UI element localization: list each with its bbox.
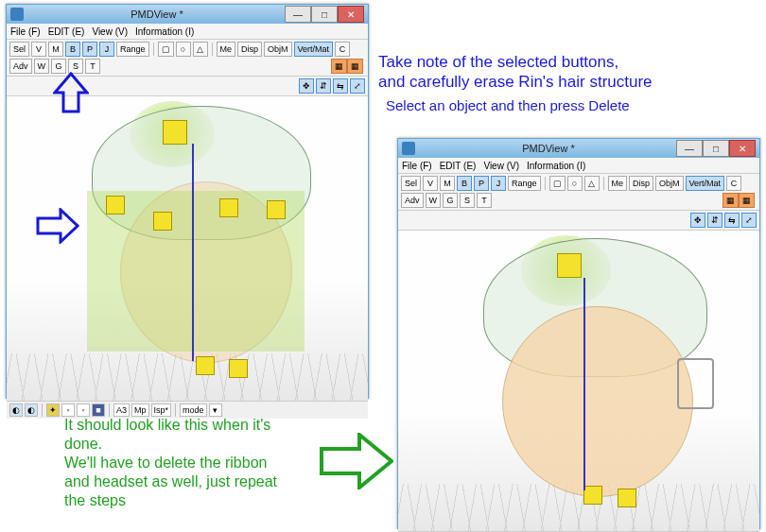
- menu-edit[interactable]: EDIT (E): [48, 26, 85, 37]
- tb-objm[interactable]: ObjM: [655, 176, 684, 191]
- tb-m[interactable]: M: [440, 176, 455, 191]
- menubar: File (F) EDIT (E) View (V) Information (…: [398, 158, 759, 174]
- tb-range[interactable]: Range: [116, 42, 149, 57]
- viewport-3d[interactable]: [398, 231, 759, 531]
- tb-range[interactable]: Range: [508, 176, 541, 191]
- arrow-up-icon: [53, 72, 89, 113]
- tb-axis-icon[interactable]: ▦: [347, 59, 363, 74]
- tb-c[interactable]: C: [335, 42, 350, 57]
- bone-line: [192, 144, 194, 361]
- maximize-button[interactable]: □: [311, 6, 338, 23]
- tb-adv[interactable]: Adv: [401, 193, 424, 208]
- tb-me[interactable]: Me: [608, 176, 628, 191]
- tb-v[interactable]: V: [31, 42, 46, 57]
- sb-a3[interactable]: A3: [113, 403, 130, 417]
- tb-w[interactable]: W: [426, 193, 442, 208]
- menu-file[interactable]: File (F): [402, 161, 432, 171]
- tb-vertmat[interactable]: Vert/Mat: [294, 42, 334, 57]
- menu-edit[interactable]: EDIT (E): [440, 161, 477, 171]
- toolbar-row1: Sel V M B P J Range ▢ ○ △ Me Disp ObjM V…: [398, 174, 759, 211]
- tb-g[interactable]: G: [443, 193, 458, 208]
- sb-btn[interactable]: ◐: [9, 403, 23, 417]
- sb-btn[interactable]: ✦: [46, 403, 60, 417]
- tb-zoom-icon[interactable]: ⤢: [741, 213, 757, 228]
- annot-green-line5: the steps: [64, 491, 126, 510]
- tb-p[interactable]: P: [82, 42, 97, 57]
- window-title: PMDView *: [421, 143, 676, 154]
- tb-sel[interactable]: Sel: [9, 42, 29, 57]
- tb-adv[interactable]: Adv: [9, 59, 32, 74]
- maximize-button[interactable]: □: [703, 140, 729, 157]
- sb-mode[interactable]: mode: [180, 403, 207, 417]
- tb-move-icon[interactable]: ✥: [690, 213, 705, 228]
- menu-view[interactable]: View (V): [92, 26, 128, 37]
- menu-info[interactable]: Information (I): [527, 161, 585, 171]
- bone-node[interactable]: [196, 356, 215, 375]
- tb-p[interactable]: P: [474, 176, 489, 191]
- bone-node[interactable]: [229, 359, 248, 378]
- tb-move-icon[interactable]: ✥: [299, 78, 314, 94]
- tb-tri-icon[interactable]: △: [584, 176, 600, 191]
- tb-zoom-icon[interactable]: ⤢: [350, 78, 365, 94]
- tb-w[interactable]: W: [34, 59, 50, 74]
- tb-s[interactable]: S: [460, 193, 475, 208]
- menu-view[interactable]: View (V): [483, 161, 519, 171]
- tb-t[interactable]: T: [477, 193, 492, 208]
- tb-grid-icon[interactable]: ▦: [331, 59, 347, 74]
- bone-node[interactable]: [583, 486, 602, 505]
- bone-node[interactable]: [163, 120, 187, 145]
- sb-btn[interactable]: ◦: [61, 403, 75, 417]
- menu-file[interactable]: File (F): [10, 26, 41, 37]
- tb-axis-icon[interactable]: ▦: [739, 193, 755, 208]
- tb-circle-icon[interactable]: ○: [176, 42, 191, 57]
- sb-isp[interactable]: Isp*: [151, 403, 172, 417]
- tb-tri-icon[interactable]: △: [193, 42, 208, 57]
- bone-node[interactable]: [618, 489, 636, 507]
- arrow-right-green-icon: [320, 433, 393, 489]
- window-controls: — □ ✕: [676, 140, 756, 157]
- sb-btn[interactable]: ◐: [25, 403, 38, 417]
- tb-box-icon[interactable]: ▢: [549, 176, 566, 191]
- annot-note-line3: Select an object and then press Delete: [386, 97, 630, 115]
- tb-vertmat[interactable]: Vert/Mat: [686, 176, 725, 191]
- bone-node[interactable]: [219, 198, 238, 217]
- bone-node[interactable]: [153, 212, 172, 231]
- minimize-button[interactable]: —: [676, 140, 703, 157]
- toolbar-row2: ✥ ⇵ ⇆ ⤢: [398, 211, 759, 231]
- minimize-button[interactable]: —: [285, 6, 311, 23]
- app-icon: [10, 8, 24, 21]
- tb-j[interactable]: J: [99, 42, 114, 57]
- model-headset: [677, 358, 714, 409]
- menu-info[interactable]: Information (I): [135, 26, 194, 37]
- tb-sel[interactable]: Sel: [401, 176, 421, 191]
- tb-me[interactable]: Me: [217, 42, 236, 57]
- close-button[interactable]: ✕: [729, 140, 756, 157]
- tb-grid-icon[interactable]: ▦: [722, 193, 739, 208]
- bone-node[interactable]: [557, 253, 582, 278]
- tb-horiz-arrows-icon[interactable]: ⇆: [724, 213, 740, 228]
- tb-b[interactable]: B: [65, 42, 80, 57]
- tb-vert-arrows-icon[interactable]: ⇵: [316, 78, 331, 94]
- tb-b[interactable]: B: [457, 176, 472, 191]
- sb-btn[interactable]: ◦: [77, 403, 90, 417]
- tb-box-icon[interactable]: ▢: [158, 42, 174, 57]
- bone-node[interactable]: [106, 196, 125, 215]
- tb-disp[interactable]: Disp: [237, 42, 262, 57]
- tb-circle-icon[interactable]: ○: [567, 176, 583, 191]
- sb-dropdown-icon[interactable]: ▾: [209, 403, 222, 417]
- annot-note-line2: and carefully erase Rin's hair structure: [378, 72, 653, 92]
- sb-sep: [109, 403, 110, 417]
- tb-m[interactable]: M: [48, 42, 63, 57]
- close-button[interactable]: ✕: [338, 6, 364, 23]
- sb-btn[interactable]: ■: [92, 403, 105, 417]
- tb-disp[interactable]: Disp: [629, 176, 653, 191]
- tb-j[interactable]: J: [491, 176, 506, 191]
- sb-mp[interactable]: Mp: [131, 403, 149, 417]
- tb-objm[interactable]: ObjM: [264, 42, 292, 57]
- tb-c[interactable]: C: [726, 176, 741, 191]
- tb-v[interactable]: V: [423, 176, 438, 191]
- viewport-3d[interactable]: [7, 96, 368, 401]
- tb-vert-arrows-icon[interactable]: ⇵: [707, 213, 722, 228]
- bone-node[interactable]: [267, 200, 286, 219]
- tb-horiz-arrows-icon[interactable]: ⇆: [333, 78, 348, 94]
